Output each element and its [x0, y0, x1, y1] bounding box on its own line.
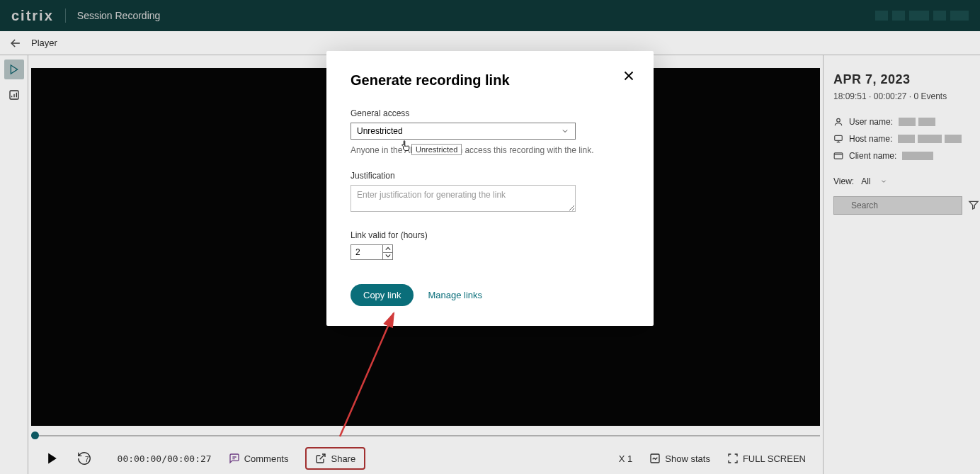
filter-button[interactable]	[968, 199, 979, 212]
rail-play-button[interactable]	[4, 60, 24, 79]
rewind-button[interactable]: 7	[76, 451, 101, 466]
access-helper: Anyone in the AD domain can access this …	[351, 145, 629, 155]
seek-handle[interactable]	[31, 431, 39, 439]
client-icon	[833, 151, 843, 161]
citrix-logo: citrix	[11, 8, 54, 24]
justification-label: Justification	[351, 171, 629, 181]
manage-links-link[interactable]: Manage links	[428, 290, 482, 300]
play-button[interactable]	[45, 451, 59, 465]
modal-title: Generate recording link	[351, 72, 629, 89]
view-label: View:	[833, 176, 854, 186]
stepper-down[interactable]	[383, 253, 392, 260]
rail-stats-button[interactable]	[4, 85, 24, 105]
rewind-seconds: 7	[85, 456, 89, 463]
svg-rect-6	[834, 153, 843, 159]
details-sidebar: APR 7, 2023 18:09:51 · 00:00:27 · 0 Even…	[823, 55, 980, 474]
stats-icon	[649, 453, 661, 464]
svg-line-8	[340, 313, 394, 436]
search-input[interactable]	[833, 196, 962, 215]
stats-label: Show stats	[665, 453, 710, 464]
host-name-row: Host name:	[833, 134, 970, 144]
left-rail	[0, 55, 28, 474]
copy-link-button[interactable]: Copy link	[351, 284, 414, 306]
svg-point-7	[839, 201, 845, 207]
breadcrumb-label: Player	[31, 38, 57, 48]
header-user-area	[875, 11, 969, 21]
valid-label: Link valid for (hours)	[351, 230, 629, 240]
fullscreen-button[interactable]: FULL SCREEN	[727, 453, 806, 464]
close-button[interactable]	[621, 68, 637, 86]
stepper-up[interactable]	[383, 245, 392, 253]
chevron-down-icon	[561, 127, 569, 135]
share-button[interactable]: Share	[305, 447, 365, 470]
seek-bar[interactable]	[31, 429, 820, 443]
modal-overlay: Generate recording link General access U…	[0, 0, 980, 474]
access-label: General access	[351, 108, 629, 118]
header-divider	[65, 9, 66, 23]
svg-marker-2	[48, 453, 57, 464]
comments-icon	[229, 453, 240, 464]
app-title: Session Recording	[77, 10, 161, 21]
player-controls: 7 00:00:00/00:00:27 Comments Share X 1 S…	[31, 443, 820, 474]
share-label: Share	[331, 453, 355, 464]
speed-button[interactable]: X 1	[619, 453, 633, 464]
client-name-row: Client name:	[833, 151, 970, 161]
timecode: 00:00:00/00:00:27	[118, 453, 212, 464]
user-name-row: User name:	[833, 117, 970, 127]
recording-meta: 18:09:51 · 00:00:27 · 0 Events	[833, 91, 970, 101]
svg-marker-0	[11, 65, 17, 74]
fullscreen-label: FULL SCREEN	[743, 453, 806, 464]
search-icon	[838, 200, 848, 212]
stats-button[interactable]: Show stats	[649, 453, 710, 464]
back-icon[interactable]	[8, 36, 23, 50]
user-icon	[833, 117, 843, 127]
svg-rect-5	[835, 135, 843, 140]
svg-rect-3	[651, 454, 659, 463]
valid-hours-stepper[interactable]	[351, 244, 393, 260]
access-select[interactable]: Unrestricted Unrestricted	[351, 123, 576, 140]
comments-button[interactable]: Comments	[229, 453, 289, 464]
access-value: Unrestricted	[357, 126, 403, 136]
share-icon	[315, 453, 326, 464]
fullscreen-icon	[727, 453, 739, 464]
app-header: citrix Session Recording	[0, 0, 980, 31]
svg-rect-1	[10, 91, 18, 99]
host-icon	[833, 134, 843, 144]
recording-date: APR 7, 2023	[833, 72, 970, 87]
chevron-down-icon	[880, 178, 887, 185]
view-select[interactable]: All	[861, 176, 887, 186]
justification-input[interactable]	[351, 185, 576, 212]
generate-link-modal: Generate recording link General access U…	[326, 51, 654, 326]
svg-point-4	[837, 118, 841, 122]
comments-label: Comments	[244, 453, 289, 464]
valid-hours-input[interactable]	[351, 245, 382, 259]
